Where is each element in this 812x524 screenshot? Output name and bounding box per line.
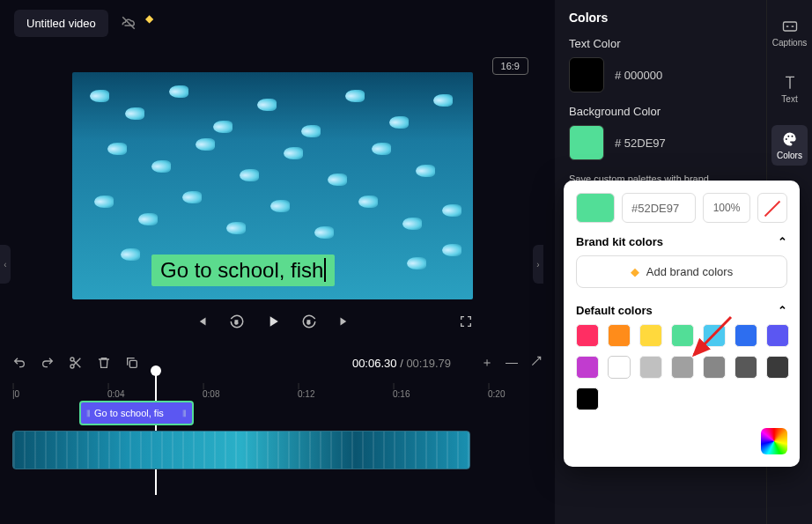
panel-title: Colors	[569, 11, 752, 25]
video-clip[interactable]	[12, 431, 470, 469]
duplicate-icon[interactable]	[125, 356, 139, 370]
zoom-out-icon[interactable]: —	[506, 355, 518, 371]
captions-tab[interactable]: Captions	[767, 12, 812, 53]
color-swatch[interactable]	[576, 387, 599, 410]
svg-point-9	[791, 136, 793, 137]
tick: |0	[12, 381, 19, 399]
clip-grip-icon: ⦀	[182, 408, 187, 419]
chevron-up-icon[interactable]: ⌃	[778, 235, 787, 248]
text-color-hex: # 000000	[615, 69, 662, 82]
current-color-swatch[interactable]	[576, 193, 615, 223]
aspect-ratio-badge[interactable]: 16:9	[492, 57, 528, 75]
forward-5-icon[interactable]: 5	[301, 314, 317, 329]
palette-icon	[781, 130, 799, 148]
delete-icon[interactable]	[97, 356, 111, 370]
caption-text: Go to school, fish	[160, 258, 323, 282]
bg-color-hex: # 52DE97	[615, 137, 666, 150]
color-swatch[interactable]	[576, 324, 599, 347]
text-clip[interactable]: ⦀ Go to school, fis ⦀	[79, 401, 194, 425]
text-clip-label: Go to school, fis	[94, 408, 164, 418]
color-swatch[interactable]	[734, 356, 757, 379]
project-title[interactable]: Untitled video	[14, 10, 108, 37]
default-colors-grid	[576, 324, 787, 410]
color-swatch[interactable]	[608, 356, 631, 379]
diamond-icon: ◆	[145, 12, 153, 25]
svg-point-7	[785, 138, 786, 140]
bg-color-swatch[interactable]	[569, 125, 604, 160]
gem-icon: ◆	[631, 265, 639, 278]
color-swatch[interactable]	[639, 356, 662, 379]
svg-rect-6	[783, 22, 796, 31]
colors-tab[interactable]: Colors	[771, 125, 808, 166]
svg-text:5: 5	[234, 320, 238, 325]
svg-rect-5	[129, 360, 137, 367]
tick: 0:20	[488, 381, 505, 399]
fit-icon[interactable]	[530, 355, 543, 371]
skip-back-icon[interactable]	[194, 314, 210, 329]
undo-icon[interactable]	[12, 356, 26, 370]
skip-forward-icon[interactable]	[336, 314, 352, 329]
color-swatch[interactable]	[639, 324, 662, 347]
text-icon	[781, 74, 799, 92]
custom-color-button[interactable]	[761, 428, 787, 454]
color-swatch[interactable]	[734, 324, 757, 347]
color-swatch[interactable]	[608, 324, 631, 347]
captions-icon	[781, 18, 799, 35]
color-swatch[interactable]	[766, 356, 789, 379]
timeline-time: 00:06.30 / 00:19.79	[352, 357, 451, 370]
add-track-icon[interactable]: ＋	[481, 355, 493, 371]
text-color-swatch[interactable]	[569, 57, 604, 92]
right-panel-handle[interactable]: ›	[533, 245, 543, 284]
svg-point-8	[787, 136, 789, 137]
play-button[interactable]	[264, 313, 282, 330]
color-swatch[interactable]	[671, 324, 694, 347]
left-panel-handle[interactable]: ‹	[0, 245, 11, 284]
fullscreen-icon[interactable]	[459, 314, 473, 328]
color-swatch[interactable]	[703, 324, 726, 347]
timeline-ruler[interactable]: |0 0:04 0:08 0:12 0:16 0:20	[0, 378, 555, 399]
default-colors-heading: Default colors	[576, 304, 653, 317]
text-color-row[interactable]: # 000000	[569, 57, 752, 92]
clip-grip-icon: ⦀	[86, 408, 91, 419]
no-color-button[interactable]	[757, 193, 787, 223]
tick: 0:04	[107, 381, 124, 399]
chevron-up-icon[interactable]: ⌃	[778, 304, 787, 317]
cloud-off-icon	[121, 15, 137, 31]
tick: 0:12	[298, 381, 314, 399]
play-controls: 5 5	[72, 304, 473, 339]
brand-colors-heading: Brand kit colors	[576, 235, 663, 248]
timeline-area: 00:06.30 / 00:19.79 ＋ — |0 0:04 0:08 0:1…	[0, 348, 555, 524]
bg-color-label: Background Color	[569, 105, 752, 118]
rewind-5-icon[interactable]: 5	[229, 314, 245, 329]
add-brand-colors-button[interactable]: ◆ Add brand colors	[576, 255, 787, 288]
svg-text:5: 5	[306, 320, 310, 325]
text-color-label: Text Color	[569, 37, 752, 50]
color-swatch[interactable]	[576, 356, 599, 379]
text-tab[interactable]: Text	[776, 69, 804, 109]
bg-color-row[interactable]: # 52DE97	[569, 125, 752, 160]
color-picker-popover: #52DE97 100% Brand kit colors ⌃ ◆ Add br…	[564, 181, 800, 467]
opacity-input[interactable]: 100%	[703, 193, 750, 223]
video-preview[interactable]: Go to school, fish	[72, 72, 473, 299]
caption-overlay[interactable]: Go to school, fish	[151, 255, 335, 286]
redo-icon[interactable]	[41, 356, 55, 370]
hex-input[interactable]: #52DE97	[622, 193, 696, 223]
tick: 0:08	[203, 381, 219, 399]
color-swatch[interactable]	[766, 324, 789, 347]
color-swatch[interactable]	[703, 356, 726, 379]
tick: 0:16	[393, 381, 410, 399]
color-swatch[interactable]	[671, 356, 694, 379]
preview-area: 16:9 Go to school, fish 5 5	[0, 48, 555, 343]
split-icon[interactable]	[69, 356, 83, 370]
